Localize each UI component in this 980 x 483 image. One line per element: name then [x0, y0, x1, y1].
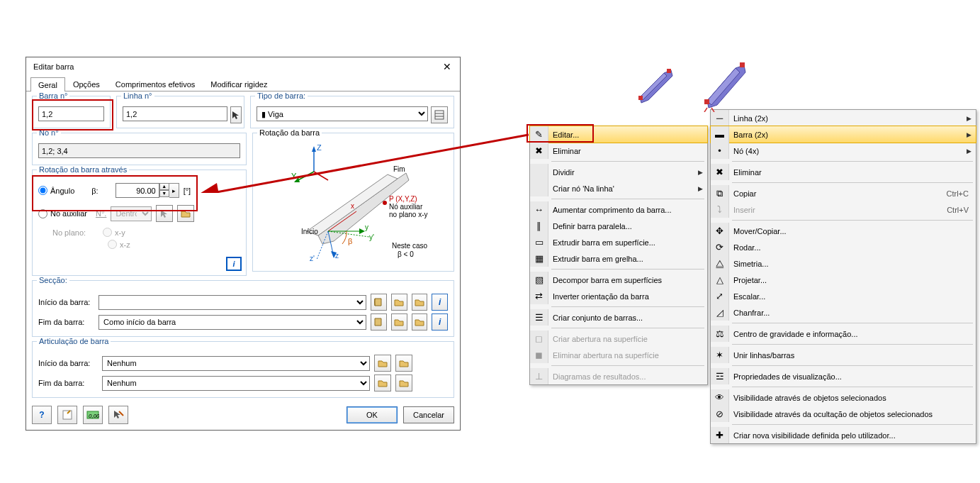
- folder-new-icon: [394, 317, 404, 327]
- beta-unit: [°]: [184, 187, 191, 195]
- linha-no-label: Linha n°: [121, 91, 154, 100]
- tipo-barra-edit-button[interactable]: [431, 106, 448, 123]
- seccao-inicio-new-button[interactable]: [391, 294, 407, 311]
- note-icon: [62, 409, 73, 421]
- no-aux-pick-button[interactable]: [156, 205, 173, 222]
- note-button[interactable]: [57, 406, 77, 424]
- no-aux-new-button[interactable]: [177, 205, 194, 222]
- context-menu-item[interactable]: 👁Visibilidade através de objetos selecio…: [711, 389, 976, 406]
- context-menu-icon: ∥: [530, 218, 548, 234]
- svg-text:Fim: Fim: [393, 165, 405, 173]
- artic-inicio-select[interactable]: Nenhum: [102, 356, 370, 371]
- context-menu-item[interactable]: Criar nó 'Na linha'▶: [530, 180, 707, 196]
- context-menu-icon: ✖: [530, 143, 548, 159]
- barra-no-input[interactable]: [38, 106, 104, 121]
- context-menu-icon: ⊘: [711, 406, 729, 422]
- context-menu-icon: ⊥: [530, 368, 548, 384]
- seccao-fim-edit-button[interactable]: [412, 313, 428, 331]
- dialog-footer: ? 0,00 OK Cancelar: [32, 406, 454, 424]
- beta-input[interactable]: [116, 183, 159, 198]
- seccao-inicio-lib-button[interactable]: [371, 294, 387, 311]
- book-icon: [373, 317, 383, 327]
- seccao-fim-lib-button[interactable]: [371, 313, 387, 331]
- context-menu-item[interactable]: ⧋Simetria...: [711, 255, 976, 272]
- folder-icon: [415, 317, 424, 327]
- artic-inicio-new-button[interactable]: [374, 355, 391, 372]
- tipo-barra-select[interactable]: ▮ Viga: [257, 106, 428, 121]
- chevron-right-icon: ▶: [698, 185, 703, 192]
- radio-angulo[interactable]: Ângulo: [38, 186, 74, 195]
- context-menu-item[interactable]: ⇄Inverter orientação da barra: [530, 288, 707, 304]
- context-menu-item[interactable]: ▬Barra (2x)▶: [710, 126, 976, 143]
- context-menu-icon: ↔: [530, 201, 548, 218]
- svg-line-36: [119, 411, 123, 416]
- context-menu-item[interactable]: ─Linha (2x)▶: [711, 110, 976, 126]
- context-menu-item[interactable]: ◿Chanfrar...: [711, 304, 976, 321]
- plano-xy-label: x-y: [115, 228, 125, 237]
- spin-up-icon[interactable]: ▲: [159, 183, 169, 190]
- close-icon[interactable]: ✕: [439, 60, 456, 73]
- context-menu-item[interactable]: ⤢Escalar...: [711, 288, 976, 304]
- context-menu-item[interactable]: ✖Eliminar: [711, 164, 976, 180]
- context-menu-item[interactable]: ✎Editar...: [529, 126, 708, 143]
- context-menu-icon: ─: [711, 110, 729, 126]
- tab-comprimentos[interactable]: Comprimentos efetivos: [108, 77, 203, 91]
- context-menu-item[interactable]: ✥Mover/Copiar...: [711, 223, 976, 239]
- context-menu-separator: [732, 344, 973, 345]
- svg-text:x: x: [351, 202, 354, 210]
- cancel-button[interactable]: Cancelar: [403, 406, 454, 423]
- seccao-fim-select[interactable]: Como início da barra: [98, 315, 366, 330]
- svg-text:β < 0: β < 0: [398, 250, 414, 258]
- ok-button[interactable]: OK: [347, 406, 398, 423]
- tab-modificar-rigidez[interactable]: Modificar rigidez: [203, 77, 275, 91]
- context-menu-label: Criar conjunto de barras...: [553, 313, 643, 322]
- spin-down-icon[interactable]: ▼: [159, 190, 169, 197]
- context-menu-item[interactable]: ✚Criar nova visibilidade definida pelo u…: [711, 427, 976, 443]
- artic-fim-new-button[interactable]: [374, 374, 391, 392]
- context-menu-item[interactable]: ⧉CopiarCtrl+C: [711, 185, 976, 201]
- group-articulacao: Articulação de barra Início da barra: Ne…: [32, 341, 454, 398]
- context-menu-item[interactable]: ∥Definir barra paralela...: [530, 218, 707, 234]
- artic-inicio-label: Início da barra:: [38, 359, 98, 367]
- context-menu-icon: ⇄: [530, 288, 548, 304]
- artic-fim-select[interactable]: Nenhum: [102, 376, 370, 391]
- seccao-fim-info-button[interactable]: i: [432, 313, 448, 331]
- context-menu-item[interactable]: ▭Extrudir barra em superfície...: [530, 234, 707, 250]
- context-menu-item[interactable]: ⊘Visibilidade através da ocultação de ob…: [711, 406, 976, 422]
- svg-marker-17: [359, 228, 365, 234]
- pick-button[interactable]: [108, 406, 128, 424]
- context-menu-item[interactable]: •Nó (4x)▶: [711, 143, 976, 159]
- context-menu-item[interactable]: ▦Extrudir barra em grelha...: [530, 250, 707, 267]
- spin-menu-icon[interactable]: ▸: [169, 183, 179, 198]
- context-menu-item[interactable]: ✶Unir linhas/barras: [711, 347, 976, 363]
- info-icon[interactable]: i: [226, 257, 242, 271]
- seccao-fim-new-button[interactable]: [391, 313, 407, 331]
- artic-inicio-edit-button[interactable]: [395, 355, 412, 372]
- seccao-inicio-select[interactable]: [98, 295, 366, 310]
- pick-line-button[interactable]: [230, 106, 242, 123]
- svg-text:Z: Z: [317, 143, 322, 152]
- context-menu-item[interactable]: ☲Propriedades de visualização...: [711, 368, 976, 384]
- units-button[interactable]: 0,00: [83, 406, 103, 424]
- context-menu-icon: ✥: [711, 223, 729, 239]
- tab-geral[interactable]: Geral: [30, 77, 65, 91]
- context-menu-item[interactable]: ▧Decompor barra em superfícies: [530, 272, 707, 288]
- chevron-right-icon: ▶: [967, 115, 971, 122]
- seccao-inicio-info-button[interactable]: i: [432, 294, 448, 311]
- context-menu-item[interactable]: ↔Aumentar comprimento da barra...: [530, 201, 707, 218]
- context-menu-label: Propriedades de visualização...: [733, 372, 842, 381]
- context-menu-item[interactable]: ⚖Centro de gravidade e informação...: [711, 326, 976, 342]
- context-menu-item[interactable]: △Projetar...: [711, 272, 976, 288]
- beta-spinner[interactable]: ▲ ▼ ▸: [116, 183, 179, 198]
- seccao-inicio-edit-button[interactable]: [412, 294, 428, 311]
- context-menu-item[interactable]: Dividir▶: [530, 164, 707, 180]
- artic-fim-edit-button[interactable]: [395, 374, 412, 392]
- linha-no-input[interactable]: [123, 106, 227, 121]
- radio-no-auxiliar[interactable]: Nó auxiliar: [38, 209, 87, 218]
- svg-text:Y: Y: [291, 172, 297, 180]
- tab-opcoes[interactable]: Opções: [65, 77, 108, 91]
- help-button[interactable]: ?: [32, 406, 52, 424]
- context-menu-item[interactable]: ⟳Rodar...: [711, 239, 976, 255]
- context-menu-item[interactable]: ☰Criar conjunto de barras...: [530, 309, 707, 326]
- context-menu-item[interactable]: ✖Eliminar: [530, 143, 707, 159]
